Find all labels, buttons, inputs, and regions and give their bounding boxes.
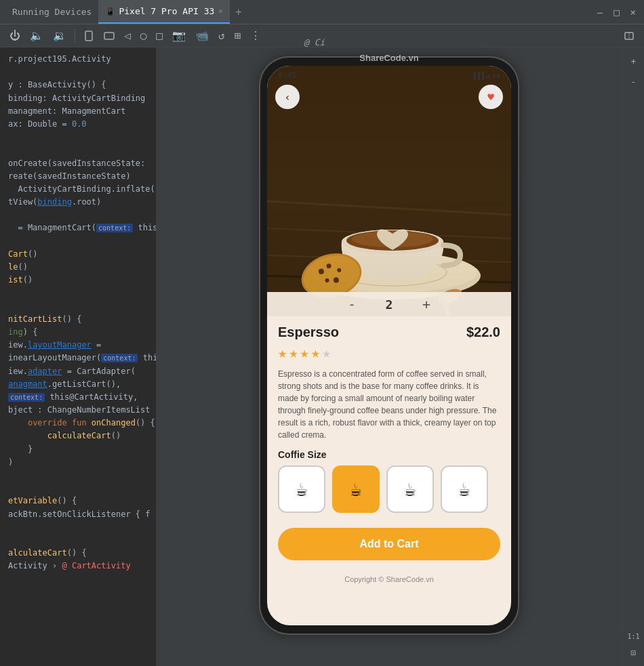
code-line-17: le() (0, 261, 156, 274)
code-line-12: tView(binding.root) (0, 196, 156, 209)
stars-row: ★ ★ ★ ★ ★ (278, 344, 500, 361)
code-line-26: anagmant.getListCart(), (0, 378, 156, 391)
code-line-21: nitCartList() { (0, 313, 156, 326)
size-options-row: ☕ ☕ ☕ ☕ (278, 465, 500, 513)
copyright-text: Copyright © ShareCode.vn (344, 575, 434, 583)
running-devices-label: Running Devices (12, 7, 92, 17)
code-line-6: ax: Double = 0.0 (0, 118, 156, 131)
code-line-blank5 (0, 235, 156, 248)
code-line-5: managment: ManagmentCart (0, 105, 156, 118)
rotate-landscape-btn[interactable] (101, 29, 117, 43)
product-title-row: Espersso $22.0 (278, 325, 500, 340)
mirror-btn[interactable] (621, 29, 637, 43)
window-minimize-btn[interactable]: — (595, 5, 605, 19)
side-screenshot-btn[interactable]: ⊡ (626, 644, 642, 661)
quantity-minus-btn[interactable]: - (342, 294, 362, 314)
volume-up-btn[interactable]: 🔉 (50, 28, 69, 43)
star-3: ★ (300, 344, 309, 361)
code-line-18: ist() (0, 274, 156, 287)
code-panel: r.project195.Activity y : BaseActivity()… (0, 47, 156, 666)
code-line-4: binding: ActivityCartBinding (0, 92, 156, 105)
code-line-9: onCreate(savedInstanceState: (0, 157, 156, 170)
svg-rect-27 (267, 66, 511, 316)
code-line-blank2 (0, 131, 156, 144)
code-line-22: ing) { (0, 326, 156, 339)
tab-pixel7[interactable]: 📱 Pixel 7 Pro API 33 × (98, 0, 230, 24)
side-plus-btn[interactable]: + (626, 53, 642, 69)
star-4: ★ (311, 344, 320, 361)
coffee-background (267, 66, 511, 316)
code-line-blank11 (0, 534, 156, 547)
size-option-xs[interactable]: ☕ (278, 465, 325, 513)
grid-btn[interactable]: ⊞ (232, 28, 244, 43)
device-panel: ShareCode.vn 8:45 ▐▐▐ ▲ ▮▮ (156, 47, 622, 666)
record-btn[interactable]: 📹 (193, 28, 212, 43)
product-image-area: ‹ ♥ - 2 + (267, 66, 511, 316)
code-line-28: bject : ChangeNumberItemsList (0, 404, 156, 417)
device-icon: 📱 (105, 7, 115, 16)
window-close-btn[interactable]: × (628, 5, 639, 19)
copyright-bar: Copyright © ShareCode.vn (267, 568, 511, 590)
tab-close-btn[interactable]: × (218, 7, 223, 16)
quantity-value: 2 (382, 297, 396, 312)
code-line-blank9 (0, 482, 156, 495)
product-info: Espersso $22.0 ★ ★ ★ ★ ★ Espresso is a c… (267, 316, 511, 513)
code-line-35: etVariable() { (0, 495, 156, 507)
code-line-36: ackBtn.setOnClickListener { f (0, 508, 156, 521)
top-bar: Running Devices 📱 Pixel 7 Pro API 33 × +… (0, 0, 644, 24)
home-btn[interactable]: ○ (138, 28, 150, 43)
more-btn[interactable]: ⋮ (247, 28, 264, 43)
product-name: Espersso (278, 325, 339, 340)
add-to-cart-btn[interactable]: Add to Cart (278, 528, 500, 560)
status-time: 8:45 (278, 71, 296, 80)
code-line-30: calculateCart() (0, 430, 156, 442)
code-line-40: Activity › @ CartActivity (0, 560, 156, 573)
rotate-portrait-btn[interactable] (81, 29, 97, 43)
star-2: ★ (289, 344, 298, 361)
code-line-27: context: this@CartActivity, (0, 391, 156, 404)
code-line-14: = ManagmentCart(context: this) (0, 222, 156, 234)
code-line-39: alculateCart() { (0, 547, 156, 560)
size-option-l[interactable]: ☕ (441, 465, 488, 513)
quantity-plus-btn[interactable]: + (416, 294, 437, 314)
svg-rect-1 (104, 33, 114, 39)
code-line-1: r.project195.Activity (0, 53, 156, 66)
power-btn[interactable]: ⏻ (7, 28, 23, 43)
code-line-11: ActivityCartBinding.inflate( (0, 183, 156, 196)
screenshot-btn[interactable]: 📷 (169, 28, 188, 43)
wifi-icon: ▲ (486, 72, 490, 79)
code-line-blank4 (0, 209, 156, 222)
device-toolbar: ⏻ 🔈 🔉 ◁ ○ □ 📷 📹 ↺ ⊞ ⋮ (0, 24, 644, 47)
code-line-24: inearLayoutManager(context: thi (0, 352, 156, 365)
side-minus-btn[interactable]: - (626, 73, 642, 89)
toolbar-divider-1 (75, 29, 75, 43)
side-toolbar: + - 1:1 ⊡ (622, 47, 644, 666)
size-section-label: Coffie Size (278, 449, 500, 460)
window-maximize-btn[interactable]: □ (611, 5, 622, 19)
size-option-s[interactable]: ☕ (332, 465, 380, 513)
code-line-3: y : BaseActivity() { (0, 79, 156, 91)
recents-btn[interactable]: □ (153, 28, 165, 43)
rotate-btn[interactable]: ↺ (216, 28, 228, 43)
status-icons: ▐▐▐ ▲ ▮▮ (472, 72, 500, 79)
tab-running-devices[interactable]: Running Devices (5, 0, 98, 24)
status-bar: 8:45 ▐▐▐ ▲ ▮▮ (267, 66, 511, 85)
code-line-blank3 (0, 144, 156, 157)
code-line-16: Cart() (0, 248, 156, 261)
product-price: $22.0 (466, 325, 500, 340)
size-option-m[interactable]: ☕ (386, 465, 434, 513)
code-line-23: iew.layoutManager = (0, 339, 156, 352)
add-tab-btn[interactable]: + (230, 3, 247, 21)
back-navigation-btn[interactable]: ‹ (275, 85, 300, 109)
back-btn[interactable]: ◁ (121, 28, 134, 43)
favorite-btn[interactable]: ♥ (479, 85, 503, 109)
volume-down-btn[interactable]: 🔈 (27, 28, 46, 43)
main-area: r.project195.Activity y : BaseActivity()… (0, 47, 644, 666)
code-line-10: reate(savedInstanceState) (0, 170, 156, 183)
code-line-blank8 (0, 469, 156, 482)
star-5: ★ (322, 344, 331, 361)
code-line-25: iew.adapter = CartAdapter( (0, 365, 156, 378)
phone-frame: 8:45 ▐▐▐ ▲ ▮▮ (260, 58, 518, 633)
zoom-level: 1:1 (627, 633, 639, 640)
phone-screen: 8:45 ▐▐▐ ▲ ▮▮ (267, 66, 511, 625)
